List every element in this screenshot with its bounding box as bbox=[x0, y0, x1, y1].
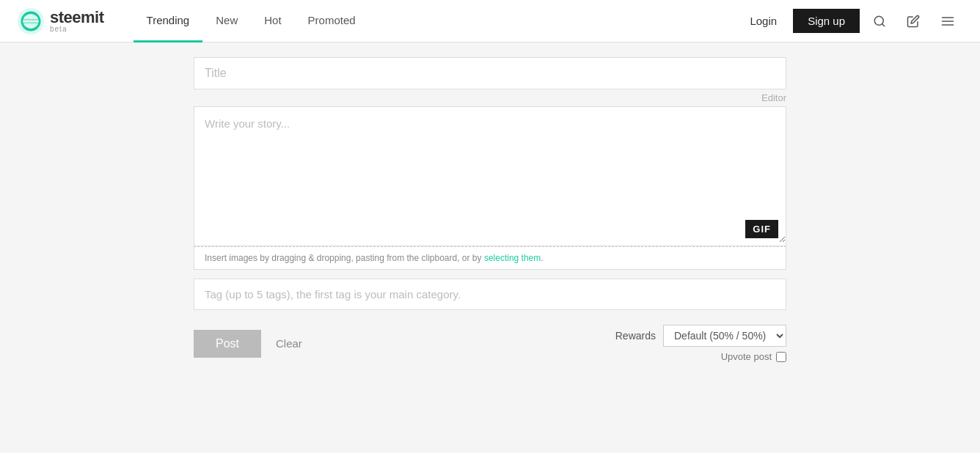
nav-item-new[interactable]: New bbox=[202, 0, 251, 43]
signup-button[interactable]: Sign up bbox=[793, 9, 860, 33]
post-button[interactable]: Post bbox=[194, 330, 261, 358]
actions-row: Post Clear Rewards Default (50% / 50%) U… bbox=[194, 325, 786, 362]
hamburger-icon bbox=[940, 14, 955, 29]
upvote-label: Upvote post bbox=[721, 351, 772, 362]
rewards-select[interactable]: Default (50% / 50%) bbox=[663, 325, 786, 347]
rewards-area: Rewards Default (50% / 50%) Upvote post bbox=[615, 325, 786, 362]
clear-button[interactable]: Clear bbox=[261, 330, 317, 357]
nav-item-promoted[interactable]: Promoted bbox=[295, 0, 369, 43]
logo-link[interactable]: steemit beta bbox=[18, 8, 104, 34]
main-nav: Trending New Hot Promoted bbox=[134, 0, 369, 43]
upvote-checkbox[interactable] bbox=[776, 352, 786, 362]
title-input[interactable] bbox=[194, 57, 786, 89]
nav-item-hot[interactable]: Hot bbox=[251, 0, 294, 43]
header-right: Login Sign up bbox=[739, 9, 962, 33]
editor-link-row: Editor bbox=[194, 89, 786, 106]
steemit-logo-icon bbox=[18, 8, 44, 34]
editor-link[interactable]: Editor bbox=[761, 92, 786, 103]
nav-item-trending[interactable]: Trending bbox=[134, 0, 203, 43]
edit-button[interactable] bbox=[899, 10, 927, 32]
upvote-row: Upvote post bbox=[721, 351, 786, 362]
tag-input[interactable] bbox=[194, 279, 786, 310]
search-icon bbox=[873, 15, 886, 28]
main-content: Editor GIF Insert images by dragging & d… bbox=[182, 43, 798, 391]
edit-icon bbox=[907, 15, 920, 28]
search-button[interactable] bbox=[866, 10, 893, 32]
header: steemit beta Trending New Hot Promoted L… bbox=[0, 0, 980, 43]
selecting-them-link[interactable]: selecting them bbox=[484, 253, 541, 263]
logo-beta: beta bbox=[50, 26, 104, 33]
svg-line-2 bbox=[882, 23, 884, 26]
insert-hint: Insert images by dragging & dropping, pa… bbox=[194, 246, 786, 270]
menu-button[interactable] bbox=[933, 10, 962, 33]
login-button[interactable]: Login bbox=[739, 10, 787, 32]
gif-button[interactable]: GIF bbox=[745, 220, 778, 238]
rewards-label: Rewards bbox=[615, 330, 656, 342]
story-editor-wrapper: GIF bbox=[194, 106, 786, 246]
story-textarea[interactable] bbox=[194, 107, 786, 243]
rewards-row: Rewards Default (50% / 50%) bbox=[615, 325, 786, 347]
logo-name: steemit bbox=[50, 10, 104, 26]
